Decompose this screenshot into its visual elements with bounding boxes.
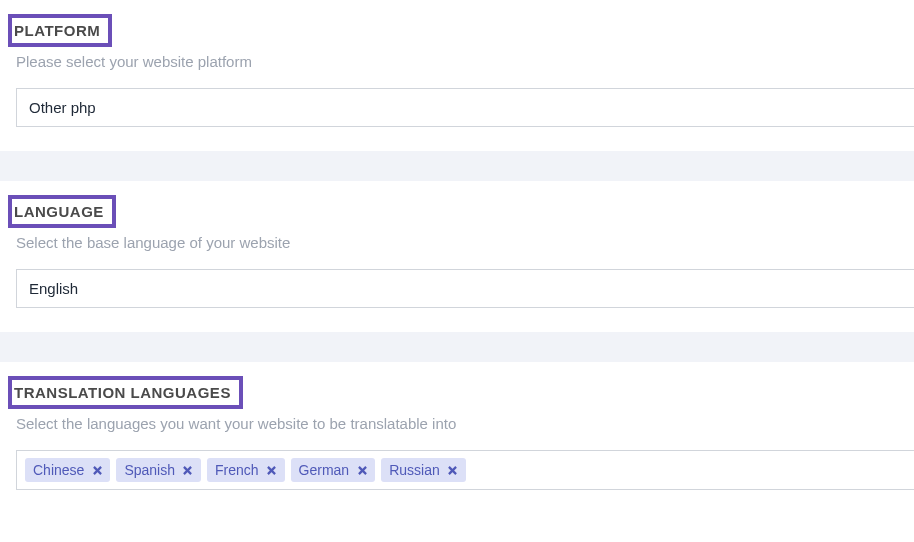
platform-section: PLATFORM Please select your website plat…	[0, 0, 914, 151]
translation-section: TRANSLATION LANGUAGES Select the languag…	[0, 362, 914, 514]
platform-subtitle: Please select your website platform	[16, 53, 914, 70]
language-tag: Russian	[381, 458, 466, 482]
close-icon[interactable]	[92, 465, 102, 475]
language-section: LANGUAGE Select the base language of you…	[0, 181, 914, 332]
close-icon[interactable]	[267, 465, 277, 475]
language-select-value: English	[29, 280, 78, 297]
translation-subtitle: Select the languages you want your websi…	[16, 415, 914, 432]
language-subtitle: Select the base language of your website	[16, 234, 914, 251]
translation-tag-input[interactable]: ChineseSpanishFrenchGermanRussian	[16, 450, 914, 490]
close-icon[interactable]	[183, 465, 193, 475]
close-icon[interactable]	[448, 465, 458, 475]
language-tag-label: Chinese	[33, 462, 84, 478]
language-title: LANGUAGE	[8, 195, 116, 228]
platform-select[interactable]: Other php	[16, 88, 914, 127]
language-tag: French	[207, 458, 285, 482]
platform-select-value: Other php	[29, 99, 96, 116]
language-tag-label: Spanish	[124, 462, 175, 478]
language-tag: Chinese	[25, 458, 110, 482]
section-divider	[0, 151, 914, 181]
language-tag-label: French	[215, 462, 259, 478]
section-divider	[0, 332, 914, 362]
language-select[interactable]: English	[16, 269, 914, 308]
language-tag: German	[291, 458, 376, 482]
language-tag-label: Russian	[389, 462, 440, 478]
language-tag: Spanish	[116, 458, 201, 482]
translation-title: TRANSLATION LANGUAGES	[8, 376, 243, 409]
close-icon[interactable]	[357, 465, 367, 475]
platform-title: PLATFORM	[8, 14, 112, 47]
language-tag-label: German	[299, 462, 350, 478]
